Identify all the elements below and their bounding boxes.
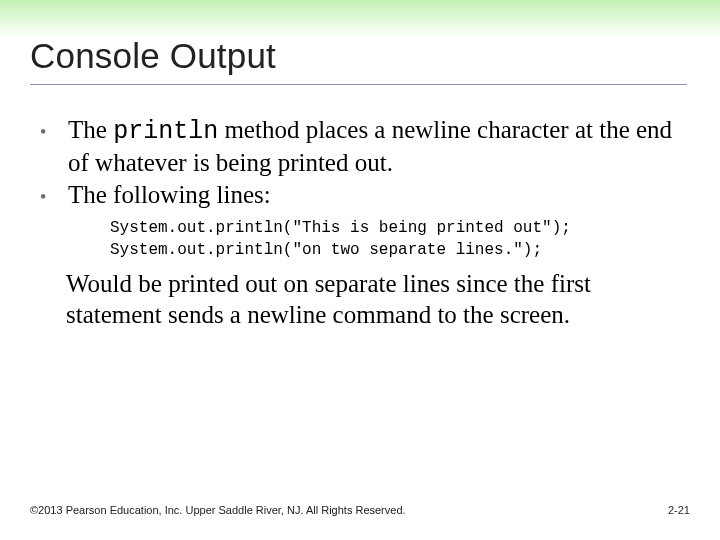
copyright-text: ©2013 Pearson Education, Inc. Upper Sadd… (30, 504, 406, 516)
bullet-item: • The following lines: (40, 180, 680, 212)
bullet-text: The following lines: (68, 180, 680, 212)
slide-title: Console Output (30, 36, 276, 76)
inline-code: println (113, 117, 218, 146)
code-line: System.out.println("on two separate line… (110, 241, 542, 259)
bullet-dot-icon: • (40, 115, 68, 178)
bullet-dot-icon: • (40, 180, 68, 212)
header-gradient (0, 0, 720, 38)
bullet-item: • The println method places a newline ch… (40, 115, 680, 178)
footer: ©2013 Pearson Education, Inc. Upper Sadd… (30, 504, 690, 516)
page-number: 2-21 (668, 504, 690, 516)
title-underline (30, 84, 687, 85)
code-line: System.out.println("This is being printe… (110, 219, 571, 237)
bullet-text-pre: The (68, 116, 113, 143)
slide: Console Output • The println method plac… (0, 0, 720, 540)
code-block: System.out.println("This is being printe… (110, 218, 680, 261)
bullet-text: The println method places a newline char… (68, 115, 680, 178)
paragraph: Would be printed out on separate lines s… (66, 269, 676, 330)
content-area: • The println method places a newline ch… (40, 115, 680, 330)
